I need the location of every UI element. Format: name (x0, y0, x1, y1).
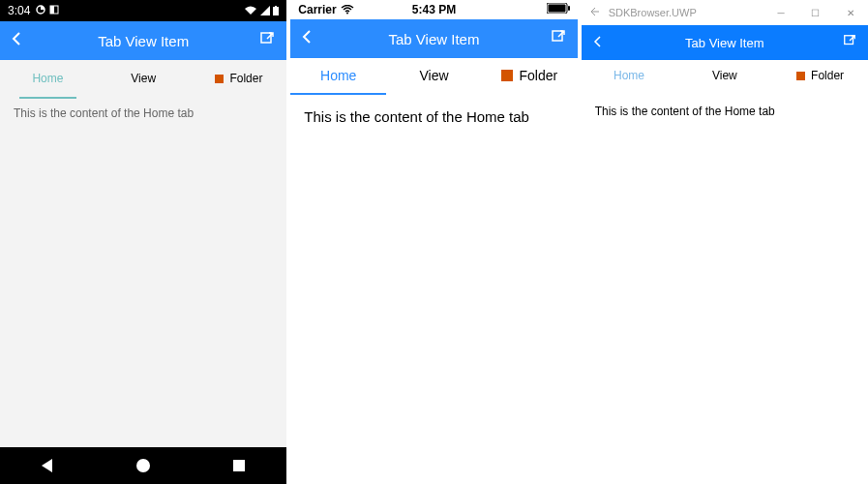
app-header: Tab View Item (0, 21, 286, 60)
battery-icon (273, 6, 279, 15)
nav-home-icon[interactable] (136, 459, 150, 472)
share-icon[interactable] (551, 29, 566, 48)
page-title: Tab View Item (389, 31, 480, 47)
uwp-back-icon[interactable] (589, 6, 601, 19)
tab-folder[interactable]: Folder (482, 58, 578, 95)
tab-view[interactable]: View (676, 60, 772, 93)
tab-content: This is the content of the Home tab (582, 93, 868, 484)
svg-rect-11 (845, 36, 853, 45)
wifi-icon (341, 5, 354, 15)
back-icon[interactable] (12, 31, 21, 51)
folder-icon (501, 70, 513, 81)
nav-recent-icon[interactable] (233, 460, 245, 471)
tab-label: Home (614, 69, 644, 82)
close-button[interactable]: ✕ (833, 0, 868, 25)
folder-icon (215, 75, 224, 83)
svg-rect-2 (50, 6, 54, 14)
svg-point-6 (346, 13, 348, 15)
folder-icon (796, 72, 805, 80)
tab-label: View (712, 69, 737, 82)
tab-folder[interactable]: Folder (772, 60, 868, 93)
svg-rect-9 (568, 6, 570, 11)
app-header: Tab View Item (290, 19, 577, 58)
nav-back-icon[interactable] (42, 459, 52, 472)
uwp-titlebar: SDKBrowser.UWP ─ ☐ ✕ (582, 0, 868, 25)
tab-home[interactable]: Home (0, 60, 96, 97)
back-icon[interactable] (302, 29, 312, 49)
tab-bar: Home View Folder (582, 60, 868, 93)
android-nav-bar (0, 447, 286, 484)
tab-label: View (419, 68, 448, 83)
signal-icon (260, 6, 270, 15)
tab-label: Home (320, 68, 356, 83)
tab-home[interactable]: Home (582, 60, 677, 93)
tab-label: View (131, 72, 156, 85)
tab-folder[interactable]: Folder (192, 60, 287, 97)
tab-content: This is the content of the Home tab (0, 97, 286, 447)
svg-rect-4 (275, 6, 277, 7)
share-icon[interactable] (259, 31, 275, 50)
tab-content: This is the content of the Home tab (290, 95, 577, 484)
app-header: Tab View Item (582, 25, 868, 60)
tab-home[interactable]: Home (290, 58, 386, 95)
ios-device: Carrier 5:43 PM Tab View Item Home View … (290, 0, 577, 484)
svg-rect-10 (553, 31, 562, 41)
back-icon[interactable] (593, 33, 603, 53)
uwp-device: SDKBrowser.UWP ─ ☐ ✕ Tab View Item Home … (582, 0, 868, 484)
tab-label: Folder (229, 72, 262, 85)
svg-rect-8 (548, 5, 565, 13)
tab-bar: Home View Folder (0, 60, 286, 97)
page-title: Tab View Item (98, 33, 189, 49)
uwp-app-name: SDKBrowser.UWP (609, 7, 697, 18)
android-device: 3:04 Tab View Item Home View Fol (0, 0, 286, 484)
android-status-bar: 3:04 (0, 0, 286, 21)
tab-view[interactable]: View (96, 60, 192, 97)
android-notif-icons (36, 4, 58, 17)
wifi-icon (244, 6, 257, 15)
share-icon[interactable] (843, 34, 856, 51)
tab-label: Folder (519, 68, 557, 83)
maximize-button[interactable]: ☐ (798, 0, 833, 25)
page-title: Tab View Item (685, 36, 763, 50)
tab-label: Folder (811, 69, 844, 82)
android-time: 3:04 (8, 4, 30, 17)
ios-status-bar: Carrier 5:43 PM (290, 0, 577, 19)
svg-rect-5 (261, 33, 271, 43)
tab-view[interactable]: View (386, 58, 482, 95)
tab-label: Home (32, 72, 63, 85)
svg-rect-3 (273, 7, 279, 15)
minimize-button[interactable]: ─ (763, 0, 798, 25)
battery-icon (547, 3, 570, 14)
tab-bar: Home View Folder (290, 58, 577, 95)
carrier-label: Carrier (298, 3, 336, 16)
ios-time: 5:43 PM (412, 3, 456, 16)
